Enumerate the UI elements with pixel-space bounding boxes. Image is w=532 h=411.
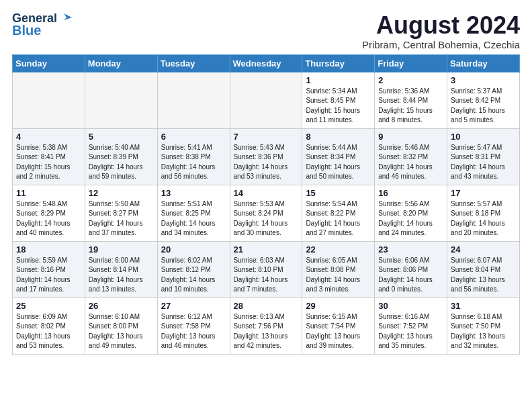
day-number: 15	[306, 188, 371, 198]
calendar-cell: 2Sunrise: 5:36 AMSunset: 8:44 PMDaylight…	[375, 72, 447, 128]
calendar-cell: 25Sunrise: 6:09 AMSunset: 8:02 PMDayligh…	[13, 298, 85, 354]
day-info: Sunrise: 5:54 AMSunset: 8:22 PMDaylight:…	[306, 199, 371, 238]
calendar-cell: 9Sunrise: 5:46 AMSunset: 8:32 PMDaylight…	[375, 128, 447, 185]
calendar-week-5: 25Sunrise: 6:09 AMSunset: 8:02 PMDayligh…	[13, 298, 520, 354]
day-info: Sunrise: 5:40 AMSunset: 8:39 PMDaylight:…	[89, 143, 154, 182]
day-number: 31	[451, 301, 516, 311]
calendar-cell: 14Sunrise: 5:53 AMSunset: 8:24 PMDayligh…	[230, 185, 302, 241]
calendar-cell	[85, 72, 157, 128]
day-number: 22	[306, 244, 371, 255]
col-header-friday: Friday	[375, 54, 447, 72]
calendar-cell: 6Sunrise: 5:41 AMSunset: 8:38 PMDaylight…	[157, 128, 230, 185]
col-header-tuesday: Tuesday	[157, 54, 230, 72]
day-info: Sunrise: 6:05 AMSunset: 8:08 PMDaylight:…	[306, 256, 371, 295]
calendar-table: SundayMondayTuesdayWednesdayThursdayFrid…	[12, 54, 520, 355]
calendar-week-4: 18Sunrise: 5:59 AMSunset: 8:16 PMDayligh…	[13, 241, 520, 298]
calendar-cell: 15Sunrise: 5:54 AMSunset: 8:22 PMDayligh…	[302, 185, 375, 241]
col-header-monday: Monday	[85, 54, 157, 72]
calendar-cell: 13Sunrise: 5:51 AMSunset: 8:25 PMDayligh…	[157, 185, 230, 241]
day-info: Sunrise: 6:09 AMSunset: 8:02 PMDaylight:…	[16, 312, 81, 351]
calendar-header-row: SundayMondayTuesdayWednesdayThursdayFrid…	[13, 54, 520, 72]
calendar-cell: 1Sunrise: 5:34 AMSunset: 8:45 PMDaylight…	[302, 72, 375, 128]
day-number: 10	[451, 132, 516, 142]
calendar-cell: 21Sunrise: 6:03 AMSunset: 8:10 PMDayligh…	[230, 241, 302, 298]
day-number: 8	[306, 132, 371, 142]
day-info: Sunrise: 6:12 AMSunset: 7:58 PMDaylight:…	[161, 312, 226, 351]
day-number: 19	[89, 244, 154, 255]
day-info: Sunrise: 5:57 AMSunset: 8:18 PMDaylight:…	[451, 199, 516, 238]
col-header-sunday: Sunday	[13, 54, 85, 72]
day-info: Sunrise: 5:48 AMSunset: 8:29 PMDaylight:…	[16, 199, 81, 238]
day-info: Sunrise: 6:00 AMSunset: 8:14 PMDaylight:…	[89, 256, 154, 295]
calendar-cell: 16Sunrise: 5:56 AMSunset: 8:20 PMDayligh…	[375, 185, 447, 241]
svg-marker-0	[64, 13, 72, 20]
day-number: 18	[16, 244, 81, 255]
day-info: Sunrise: 5:50 AMSunset: 8:27 PMDaylight:…	[89, 199, 154, 238]
day-number: 2	[378, 75, 443, 85]
day-number: 29	[306, 301, 371, 311]
day-info: Sunrise: 6:03 AMSunset: 8:10 PMDaylight:…	[234, 256, 299, 295]
month-title: August 2024	[362, 12, 520, 39]
day-info: Sunrise: 6:02 AMSunset: 8:12 PMDaylight:…	[161, 256, 226, 295]
day-info: Sunrise: 6:13 AMSunset: 7:56 PMDaylight:…	[234, 312, 299, 351]
calendar-week-2: 4Sunrise: 5:38 AMSunset: 8:41 PMDaylight…	[13, 128, 520, 185]
calendar-cell: 28Sunrise: 6:13 AMSunset: 7:56 PMDayligh…	[230, 298, 302, 354]
calendar-cell: 19Sunrise: 6:00 AMSunset: 8:14 PMDayligh…	[85, 241, 157, 298]
day-info: Sunrise: 5:47 AMSunset: 8:31 PMDaylight:…	[451, 143, 516, 182]
day-info: Sunrise: 6:06 AMSunset: 8:06 PMDaylight:…	[378, 256, 443, 295]
page: General Blue August 2024 Pribram, Centra…	[0, 0, 532, 363]
day-info: Sunrise: 6:16 AMSunset: 7:52 PMDaylight:…	[378, 312, 443, 351]
calendar-cell: 8Sunrise: 5:44 AMSunset: 8:34 PMDaylight…	[302, 128, 375, 185]
day-number: 11	[16, 188, 81, 198]
logo: General Blue	[12, 12, 73, 38]
calendar-cell: 12Sunrise: 5:50 AMSunset: 8:27 PMDayligh…	[85, 185, 157, 241]
day-info: Sunrise: 5:34 AMSunset: 8:45 PMDaylight:…	[306, 87, 371, 126]
calendar-cell: 18Sunrise: 5:59 AMSunset: 8:16 PMDayligh…	[13, 241, 85, 298]
calendar-cell: 7Sunrise: 5:43 AMSunset: 8:36 PMDaylight…	[230, 128, 302, 185]
day-info: Sunrise: 5:44 AMSunset: 8:34 PMDaylight:…	[306, 143, 371, 182]
day-number: 14	[234, 188, 299, 198]
day-number: 12	[89, 188, 154, 198]
calendar-week-3: 11Sunrise: 5:48 AMSunset: 8:29 PMDayligh…	[13, 185, 520, 241]
day-info: Sunrise: 5:43 AMSunset: 8:36 PMDaylight:…	[234, 143, 299, 182]
logo-blue: Blue	[12, 23, 41, 38]
calendar-cell: 27Sunrise: 6:12 AMSunset: 7:58 PMDayligh…	[157, 298, 230, 354]
day-info: Sunrise: 6:07 AMSunset: 8:04 PMDaylight:…	[451, 256, 516, 295]
day-number: 25	[16, 301, 81, 311]
day-number: 20	[161, 244, 226, 255]
title-block: August 2024 Pribram, Central Bohemia, Cz…	[362, 12, 520, 50]
col-header-wednesday: Wednesday	[230, 54, 302, 72]
calendar-cell: 5Sunrise: 5:40 AMSunset: 8:39 PMDaylight…	[85, 128, 157, 185]
day-number: 7	[234, 132, 299, 142]
calendar-cell: 26Sunrise: 6:10 AMSunset: 8:00 PMDayligh…	[85, 298, 157, 354]
day-number: 4	[16, 132, 81, 142]
day-info: Sunrise: 5:59 AMSunset: 8:16 PMDaylight:…	[16, 256, 81, 295]
calendar-cell: 23Sunrise: 6:06 AMSunset: 8:06 PMDayligh…	[375, 241, 447, 298]
day-info: Sunrise: 5:53 AMSunset: 8:24 PMDaylight:…	[234, 199, 299, 238]
day-number: 24	[451, 244, 516, 255]
header: General Blue August 2024 Pribram, Centra…	[12, 12, 520, 50]
calendar-cell: 4Sunrise: 5:38 AMSunset: 8:41 PMDaylight…	[13, 128, 85, 185]
calendar-cell: 31Sunrise: 6:18 AMSunset: 7:50 PMDayligh…	[447, 298, 520, 354]
day-info: Sunrise: 5:56 AMSunset: 8:20 PMDaylight:…	[378, 199, 443, 238]
calendar-cell	[157, 72, 230, 128]
day-info: Sunrise: 6:18 AMSunset: 7:50 PMDaylight:…	[451, 312, 516, 351]
col-header-thursday: Thursday	[302, 54, 375, 72]
day-number: 13	[161, 188, 226, 198]
calendar-cell: 10Sunrise: 5:47 AMSunset: 8:31 PMDayligh…	[447, 128, 520, 185]
day-info: Sunrise: 5:46 AMSunset: 8:32 PMDaylight:…	[378, 143, 443, 182]
calendar-cell: 17Sunrise: 5:57 AMSunset: 8:18 PMDayligh…	[447, 185, 520, 241]
calendar-cell	[13, 72, 85, 128]
calendar-cell: 22Sunrise: 6:05 AMSunset: 8:08 PMDayligh…	[302, 241, 375, 298]
day-info: Sunrise: 6:10 AMSunset: 8:00 PMDaylight:…	[89, 312, 154, 351]
day-number: 6	[161, 132, 226, 142]
day-number: 27	[161, 301, 226, 311]
logo-bird-icon	[58, 11, 73, 26]
day-number: 1	[306, 75, 371, 85]
calendar-cell: 11Sunrise: 5:48 AMSunset: 8:29 PMDayligh…	[13, 185, 85, 241]
calendar-cell: 20Sunrise: 6:02 AMSunset: 8:12 PMDayligh…	[157, 241, 230, 298]
day-number: 28	[234, 301, 299, 311]
day-info: Sunrise: 6:15 AMSunset: 7:54 PMDaylight:…	[306, 312, 371, 351]
day-info: Sunrise: 5:38 AMSunset: 8:41 PMDaylight:…	[16, 143, 81, 182]
calendar-cell: 30Sunrise: 6:16 AMSunset: 7:52 PMDayligh…	[375, 298, 447, 354]
